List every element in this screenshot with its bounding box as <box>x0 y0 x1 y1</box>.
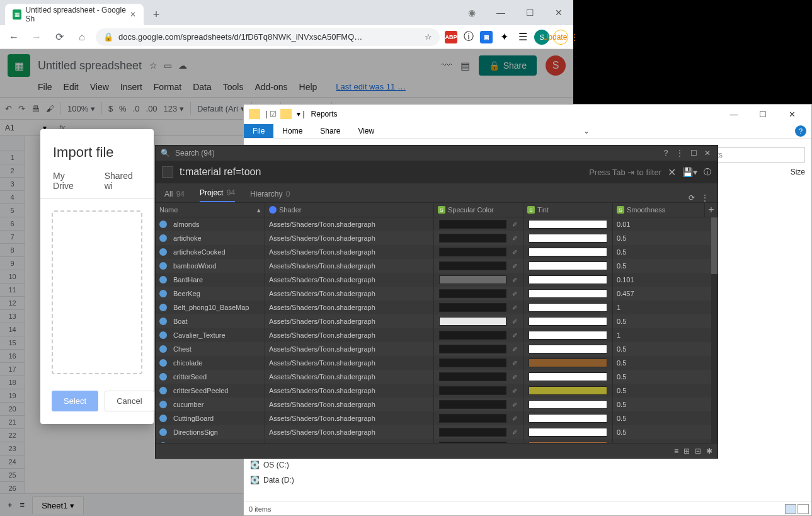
material-row[interactable]: critterSeedPeeledAssets/Shaders/Toon.sha… <box>156 384 718 398</box>
back-button[interactable]: ← <box>5 28 23 46</box>
file-dropzone[interactable] <box>52 210 142 374</box>
specular-swatch[interactable] <box>439 400 506 409</box>
tint-swatch[interactable] <box>529 400 607 409</box>
info-icon[interactable]: ⓘ <box>704 167 711 178</box>
material-row[interactable]: CuttingBoardAssets/Shaders/Toon.shadergr… <box>156 411 718 425</box>
reload-button[interactable]: ⟳ <box>50 28 68 46</box>
material-row[interactable]: artichokeCookedAssets/Shaders/Toon.shade… <box>156 245 718 259</box>
ribbon-file[interactable]: File <box>244 124 273 138</box>
new-tab-button[interactable]: + <box>147 6 165 23</box>
specular-swatch[interactable] <box>439 386 506 395</box>
tint-swatch[interactable] <box>529 317 607 326</box>
material-row[interactable]: DirectionsSignAssets/Shaders/Toon.shader… <box>156 425 718 439</box>
eyedropper-icon[interactable]: ✐ <box>510 304 519 311</box>
scrollbar[interactable] <box>711 217 718 457</box>
eyedropper-icon[interactable]: ✐ <box>510 235 519 242</box>
header-name[interactable]: Name▴ <box>156 203 265 217</box>
type-filter-icon[interactable] <box>162 166 173 178</box>
info-icon[interactable]: ⓘ <box>461 30 476 45</box>
large-view-icon[interactable] <box>798 504 809 514</box>
specular-swatch[interactable] <box>439 275 506 284</box>
eyedropper-icon[interactable]: ✐ <box>510 277 519 284</box>
unity-search-input[interactable] <box>180 166 583 178</box>
help-icon[interactable]: ? <box>661 148 671 158</box>
drive-c[interactable]: 💽OS (C:) <box>250 457 294 473</box>
drive-d[interactable]: 💽Data (D:) <box>250 473 294 488</box>
eyedropper-icon[interactable]: ✐ <box>510 263 519 270</box>
material-row[interactable]: bambooWoodAssets/Shaders/Toon.shadergrap… <box>156 259 718 273</box>
specular-swatch[interactable] <box>439 220 506 229</box>
refresh-icon[interactable]: ⟳ <box>689 193 695 202</box>
close-icon[interactable]: ✕ <box>702 148 712 158</box>
eyedropper-icon[interactable]: ✐ <box>510 360 519 367</box>
table-view-icon[interactable]: ⊟ <box>695 447 701 456</box>
specular-swatch[interactable] <box>439 248 506 256</box>
reading-list-icon[interactable]: ☰ <box>515 30 530 45</box>
puzzle-icon[interactable]: ✦ <box>496 30 512 45</box>
tab-shared[interactable]: Shared wi <box>105 171 141 191</box>
ribbon-share[interactable]: Share <box>311 124 349 138</box>
add-column-button[interactable]: + <box>705 204 718 215</box>
ribbon-home[interactable]: Home <box>273 124 311 138</box>
forward-button[interactable]: → <box>28 28 45 46</box>
save-search-icon[interactable]: 💾▾ <box>682 167 697 177</box>
ribbon-view[interactable]: View <box>349 124 383 138</box>
tint-swatch[interactable] <box>529 261 607 270</box>
tab-my-drive[interactable]: My Drive <box>53 171 86 191</box>
column-size-header[interactable]: Size <box>791 168 805 176</box>
tint-swatch[interactable] <box>529 372 607 381</box>
star-icon[interactable]: ☆ <box>425 32 432 42</box>
material-row[interactable]: BardHareAssets/Shaders/Toon.shadergraph✐… <box>156 273 718 287</box>
update-button[interactable]: Update⋮ <box>553 30 568 45</box>
eyedropper-icon[interactable]: ✐ <box>510 401 519 408</box>
explorer-maximize[interactable]: ☐ <box>748 105 777 123</box>
tint-swatch[interactable] <box>529 345 607 353</box>
panel-menu-icon[interactable]: ⋮ <box>675 148 685 158</box>
material-row[interactable]: Belt_phong10_BaseMapAssets/Shaders/Toon.… <box>156 301 718 314</box>
header-shader[interactable]: Shader <box>265 203 434 217</box>
specular-swatch[interactable] <box>439 234 506 243</box>
tint-swatch[interactable] <box>529 358 607 367</box>
specular-swatch[interactable] <box>439 289 506 298</box>
tab-project[interactable]: Project 94 <box>200 185 235 202</box>
material-row[interactable]: BoatAssets/Shaders/Toon.shadergraph✐0.5 <box>156 314 718 328</box>
tint-swatch[interactable] <box>529 428 607 437</box>
home-button[interactable]: ⌂ <box>73 28 91 46</box>
zoom-extension-icon[interactable]: ▣ <box>480 31 493 43</box>
material-row[interactable]: ChestAssets/Shaders/Toon.shadergraph✐0.5 <box>156 342 718 356</box>
eyedropper-icon[interactable]: ✐ <box>510 429 519 436</box>
window-minimize[interactable]: — <box>486 0 515 25</box>
specular-swatch[interactable] <box>439 261 506 270</box>
specular-swatch[interactable] <box>439 331 506 340</box>
help-icon[interactable]: ? <box>795 125 806 137</box>
tab-close-icon[interactable]: ✕ <box>130 10 136 19</box>
eyedropper-icon[interactable]: ✐ <box>510 374 519 381</box>
material-row[interactable]: chicoladeAssets/Shaders/Toon.shadergraph… <box>156 356 718 370</box>
specular-swatch[interactable] <box>439 317 506 326</box>
cancel-button[interactable]: Cancel <box>105 391 154 411</box>
url-input[interactable]: 🔒 docs.google.com/spreadsheets/d/1fD6Tq8… <box>96 28 440 46</box>
window-close[interactable]: ✕ <box>544 0 573 25</box>
eyedropper-icon[interactable]: ✐ <box>510 221 519 228</box>
specular-swatch[interactable] <box>439 414 506 423</box>
material-row[interactable]: cucumberAssets/Shaders/Toon.shadergraph✐… <box>156 398 718 411</box>
specular-swatch[interactable] <box>439 372 506 381</box>
tint-swatch[interactable] <box>529 220 607 229</box>
window-maximize[interactable]: ☐ <box>515 0 544 25</box>
abp-extension-icon[interactable]: ABP <box>445 31 457 43</box>
unity-results-list[interactable]: almondsAssets/Shaders/Toon.shadergraph✐0… <box>156 217 718 457</box>
header-specular[interactable]: SSpecular Color <box>434 203 523 217</box>
ribbon-expand-icon[interactable]: ⌄ <box>583 127 590 135</box>
scrollbar-thumb[interactable] <box>711 217 718 274</box>
material-row[interactable]: artichokeAssets/Shaders/Toon.shadergraph… <box>156 231 718 245</box>
eyedropper-icon[interactable]: ✐ <box>510 318 519 325</box>
eyedropper-icon[interactable]: ✐ <box>510 346 519 353</box>
eyedropper-icon[interactable]: ✐ <box>510 387 519 394</box>
tint-swatch[interactable] <box>529 386 607 395</box>
eyedropper-icon[interactable]: ✐ <box>510 249 519 256</box>
specular-swatch[interactable] <box>439 345 506 353</box>
specular-swatch[interactable] <box>439 303 506 312</box>
tint-swatch[interactable] <box>529 248 607 256</box>
header-tint[interactable]: STint <box>523 203 613 217</box>
explorer-minimize[interactable]: — <box>719 105 748 123</box>
